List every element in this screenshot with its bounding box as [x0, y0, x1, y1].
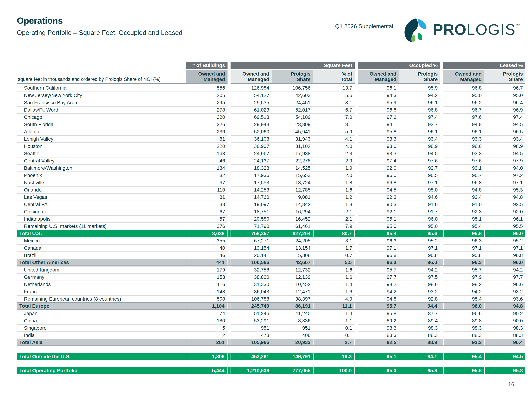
value-cell: 95.0 [399, 222, 440, 230]
value-cell: 94.5 [399, 150, 440, 157]
market-label: Phoenix [17, 171, 186, 179]
market-label: Remaining European countries (8 countrie… [17, 295, 186, 302]
value-cell: 96.0 [484, 230, 525, 237]
value-cell: 96.8 [443, 179, 484, 186]
value-cell: 20,933 [272, 339, 313, 345]
table-row: Cincinnati6718,75116,2942.192.191.792.39… [17, 208, 525, 215]
value-cell: 88.3 [443, 331, 484, 339]
table-row: Singapore59519510.198.398.398.398.3 [17, 324, 525, 331]
value-cell: 96.3 [358, 259, 399, 266]
value-cell: 96.7 [443, 106, 484, 113]
value-cell: 97.9 [443, 273, 484, 280]
table-total-row: Total Europe1,104245,74986,19111.195.794… [17, 302, 525, 310]
value-cell: 98.6 [484, 280, 525, 288]
value-cell: 92.3 [358, 193, 399, 201]
value-cell: 6.7 [313, 106, 355, 113]
market-label: France [17, 288, 186, 295]
table-note: square feet in thousands and ordered by … [17, 69, 186, 84]
market-label: Las Vegas [17, 193, 186, 201]
value-cell: 11,240 [272, 310, 313, 317]
market-label: Canada [17, 244, 186, 252]
value-cell: 94.8 [484, 303, 525, 309]
value-cell: 97.4 [358, 157, 399, 164]
market-label: Baltimore/Washington [17, 164, 186, 171]
value-cell: 95.3 [484, 186, 525, 193]
column-subheader: Prologis Share [399, 69, 440, 84]
value-cell: 96.8 [443, 84, 484, 91]
value-cell: 94.2 [443, 288, 484, 295]
value-cell: 97.6 [443, 157, 484, 164]
value-cell: 81 [186, 135, 228, 142]
value-cell: 627,264 [272, 230, 313, 237]
table-row: New Jersey/New York City20554,12742,6035… [17, 91, 525, 99]
value-cell: 96.1 [358, 84, 399, 91]
value-cell: 2.1 [313, 215, 355, 222]
value-cell: 478 [231, 331, 272, 339]
value-cell: 0.7 [313, 252, 355, 259]
value-cell: 90.0 [484, 317, 525, 324]
value-cell: 105,966 [231, 339, 272, 345]
value-cell: 96.8 [484, 252, 525, 259]
value-cell: 38,830 [231, 273, 272, 280]
value-cell: 97.6 [399, 157, 440, 164]
value-cell: 95.5 [484, 222, 525, 230]
value-cell: 220 [186, 142, 228, 150]
table-row: France14836,04312,4711.694.293.294.293.2 [17, 288, 525, 295]
value-cell: 94.5 [484, 120, 525, 128]
value-cell: 89.4 [399, 317, 440, 324]
value-cell: 94.1 [399, 353, 440, 360]
value-cell: 96.0 [358, 171, 399, 179]
value-cell: 94.5 [484, 353, 525, 360]
market-label: Central PA [17, 201, 186, 208]
market-label: Atlanta [17, 128, 186, 135]
value-cell: 1.8 [313, 201, 355, 208]
value-cell: 97.1 [358, 244, 399, 252]
table-row: Atlanta23652,06045,9415.995.896.196.196.… [17, 128, 525, 135]
value-cell: 98.6 [443, 142, 484, 150]
value-cell: 31,943 [272, 135, 313, 142]
market-label: Brazil [17, 252, 186, 259]
value-cell: 97.1 [399, 179, 440, 186]
market-label: Total Outside the U.S. [17, 353, 186, 360]
value-cell: 94.8 [484, 193, 525, 201]
value-cell: 5,308 [272, 252, 313, 259]
value-cell: 163 [186, 150, 228, 157]
table-row: Southern California556126,984106,75613.7… [17, 84, 525, 91]
value-cell: 93.2 [443, 339, 484, 345]
value-cell: 94.5 [358, 186, 399, 193]
column-subheader: Owned and Managed [186, 69, 228, 84]
value-cell: 406 [272, 331, 313, 339]
value-cell: 1.2 [313, 193, 355, 201]
market-label: Remaining U.S. markets (11 markets) [17, 222, 186, 230]
value-cell: 226 [186, 120, 228, 128]
value-cell: 1.1 [313, 317, 355, 324]
value-cell: 96.5 [399, 171, 440, 179]
value-cell: 36,108 [231, 135, 272, 142]
table-row: China18053,2918,3361.189.289.489.890.0 [17, 317, 525, 324]
value-cell: 51,246 [231, 310, 272, 317]
value-cell: 1.6 [313, 266, 355, 273]
table-row: Canada4013,15413,1541.797.197.197.197.1 [17, 244, 525, 252]
value-cell: 96.0 [484, 259, 525, 266]
value-cell: 94.1 [358, 120, 399, 128]
value-cell: 14,760 [231, 193, 272, 201]
value-cell: 82 [186, 171, 228, 179]
value-cell: 94.2 [399, 266, 440, 273]
market-label: India [17, 331, 186, 339]
value-cell: 0.1 [313, 331, 355, 339]
value-cell: 93.7 [399, 120, 440, 128]
value-cell: 100.0 [313, 367, 355, 374]
value-cell: 376 [186, 222, 228, 230]
table-total-row: Total Outside the U.S.1,806452,281149,79… [17, 353, 525, 360]
value-cell: 97.7 [358, 273, 399, 280]
value-cell: 24,967 [231, 150, 272, 157]
value-cell: 95.0 [443, 91, 484, 99]
value-cell: 40 [186, 244, 228, 252]
value-cell: 951 [231, 324, 272, 331]
value-cell: 2.9 [313, 157, 355, 164]
value-cell: 93.1 [443, 164, 484, 171]
value-cell: 91.0 [443, 201, 484, 208]
value-cell: 90.2 [484, 310, 525, 317]
value-cell: 95.8 [358, 252, 399, 259]
value-cell: 2.3 [313, 150, 355, 157]
